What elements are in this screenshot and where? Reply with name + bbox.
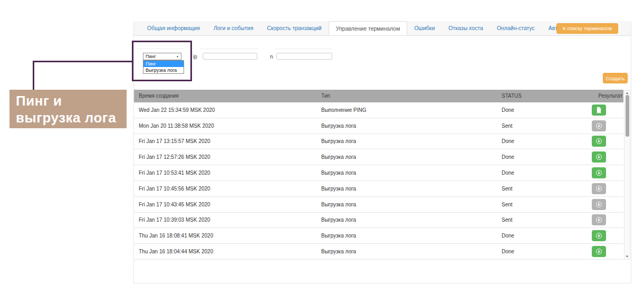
- page: { "tabs": { "items": [ { "label": "Общая…: [0, 0, 644, 304]
- back-to-terminal-list-button[interactable]: К списку терминалов: [556, 23, 618, 34]
- download-icon: [595, 185, 602, 192]
- scroll-down-icon[interactable]: ▼: [624, 254, 630, 259]
- table-row: Mon Jan 20 11:38:58 MSK 2020Выгрузка лог…: [134, 118, 623, 134]
- result-download-button[interactable]: [592, 136, 606, 147]
- table-scrollbar[interactable]: ▲ ▼: [624, 90, 630, 260]
- result-download-button[interactable]: [592, 183, 606, 194]
- cell-type: Выгрузка лога: [321, 217, 502, 223]
- cell-created: Fri Jan 17 12:57:26 MSK 2020: [134, 154, 321, 160]
- tab-item-4[interactable]: Ошибки: [407, 21, 441, 35]
- file-icon: [595, 107, 602, 113]
- cell-status: Done: [502, 233, 586, 239]
- commands-table: Время создания Тип STATUS Результат Wed …: [134, 90, 623, 260]
- header-status: STATUS: [502, 90, 586, 102]
- result-download-button[interactable]: [592, 167, 606, 178]
- cell-result: [586, 151, 623, 163]
- header-type: Тип: [321, 90, 502, 102]
- form-group-divider: [136, 49, 185, 49]
- header-created: Время создания: [134, 90, 321, 102]
- table-row: Fri Jan 17 10:43:45 MSK 2020Выгрузка лог…: [134, 197, 623, 213]
- tab-item-0[interactable]: Общая информация: [140, 21, 207, 35]
- download-icon: [595, 122, 602, 129]
- form-group-divider: [200, 49, 259, 49]
- cell-status: Done: [502, 249, 586, 254]
- cell-created: Thu Jan 16 18:04:44 MSK 2020: [134, 249, 321, 254]
- table-row: Thu Jan 16 18:04:44 MSK 2020Выгрузка лог…: [134, 244, 623, 260]
- cell-status: Sent: [502, 217, 586, 223]
- cell-created: Mon Jan 20 11:38:58 MSK 2020: [134, 123, 321, 129]
- cell-result: [586, 167, 623, 178]
- cell-result: [586, 104, 623, 116]
- download-icon: [595, 201, 602, 208]
- cell-created: Fri Jan 17 13:15:57 MSK 2020: [134, 138, 321, 144]
- cell-created: Wed Jan 22 15:34:59 MSK 2020: [134, 107, 321, 113]
- tab-item-5[interactable]: Отказы хоста: [441, 21, 490, 35]
- annotation-connector-line: [33, 61, 34, 90]
- chevron-down-icon: ▼: [176, 55, 179, 58]
- table-header-row: Время создания Тип STATUS Результат: [134, 90, 623, 102]
- cell-status: Sent: [502, 202, 586, 207]
- result-download-button[interactable]: [592, 230, 606, 241]
- cell-type: Выгрузка лога: [321, 249, 502, 254]
- command-type-value: Пинг: [146, 54, 156, 59]
- result-view-button[interactable]: [592, 104, 606, 116]
- cell-type: Выгрузка лога: [321, 202, 502, 207]
- table-row: Fri Jan 17 12:57:26 MSK 2020Выгрузка лог…: [134, 149, 623, 165]
- table-row: Wed Jan 22 15:34:59 MSK 2020Выполнение P…: [134, 102, 623, 118]
- table-body: Wed Jan 22 15:34:59 MSK 2020Выполнение P…: [134, 102, 623, 260]
- cell-result: [586, 214, 623, 225]
- select-option-0[interactable]: Пинг: [143, 61, 184, 67]
- scrollbar-thumb[interactable]: [626, 95, 629, 137]
- cell-status: Done: [502, 138, 586, 144]
- n-field-label: n: [270, 54, 273, 60]
- type-select-options: ПингВыгрузка лога: [143, 60, 184, 74]
- download-icon: [595, 138, 602, 145]
- table-row: Fri Jan 17 10:45:56 MSK 2020Выгрузка лог…: [134, 181, 623, 197]
- cell-result: [586, 120, 623, 131]
- cell-type: Выгрузка лога: [321, 123, 502, 129]
- cell-created: Fri Jan 17 10:53:41 MSK 2020: [134, 170, 321, 176]
- cell-status: Done: [502, 107, 586, 113]
- result-download-button[interactable]: [592, 214, 606, 225]
- table-row: Thu Jan 16 18:08:41 MSK 2020Выгрузка лог…: [134, 228, 623, 244]
- tab-item-3[interactable]: Управление терминалом: [329, 21, 408, 35]
- create-button[interactable]: Создать: [603, 73, 628, 83]
- result-download-button[interactable]: [592, 199, 606, 210]
- select-option-1[interactable]: Выгрузка лога: [143, 67, 184, 73]
- header-result: Результат: [586, 90, 623, 102]
- result-download-button[interactable]: [592, 246, 606, 257]
- terminal-detail-panel: Общая информацияЛоги и событияСкорость т…: [133, 21, 631, 283]
- cell-result: [586, 136, 623, 147]
- cell-type: Выгрузка лога: [321, 233, 502, 239]
- cell-type: Выгрузка лога: [321, 154, 502, 160]
- tab-item-2[interactable]: Скорость транзакций: [260, 21, 329, 35]
- cell-type: Выгрузка лога: [321, 138, 502, 144]
- cell-type: Выгрузка лога: [321, 186, 502, 192]
- cell-result: [586, 246, 623, 257]
- cell-status: Sent: [502, 123, 586, 129]
- command-type-select[interactable]: Пинг ▼: [143, 53, 181, 60]
- n-input[interactable]: [276, 53, 332, 60]
- form-group-divider: [275, 49, 333, 49]
- table-row: Fri Jan 17 10:53:41 MSK 2020Выгрузка лог…: [134, 165, 623, 181]
- result-download-button[interactable]: [592, 120, 606, 131]
- result-download-button[interactable]: [592, 151, 606, 163]
- annotation-label-line2: выгрузка лога: [16, 109, 127, 126]
- table-row: Fri Jan 17 10:39:03 MSK 2020Выгрузка лог…: [134, 213, 623, 229]
- download-icon: [595, 169, 602, 176]
- cell-created: Fri Jan 17 10:45:56 MSK 2020: [134, 186, 321, 192]
- cell-created: Fri Jan 17 10:39:03 MSK 2020: [134, 217, 321, 223]
- tab-item-6[interactable]: Онлайн-статус: [490, 21, 542, 35]
- download-icon: [595, 154, 602, 160]
- cell-status: Sent: [502, 186, 586, 192]
- cell-created: Thu Jan 16 18:08:41 MSK 2020: [134, 233, 321, 239]
- ip-input[interactable]: [203, 53, 257, 60]
- tab-item-1[interactable]: Логи и события: [207, 21, 260, 35]
- annotation-connector-line: [33, 61, 133, 62]
- cell-status: Done: [502, 154, 586, 160]
- download-icon: [595, 248, 602, 255]
- annotation-label: Пинг и выгрузка лога: [9, 90, 127, 128]
- download-icon: [595, 216, 602, 223]
- table-row: Fri Jan 17 13:15:57 MSK 2020Выгрузка лог…: [134, 134, 623, 150]
- cell-result: [586, 230, 623, 241]
